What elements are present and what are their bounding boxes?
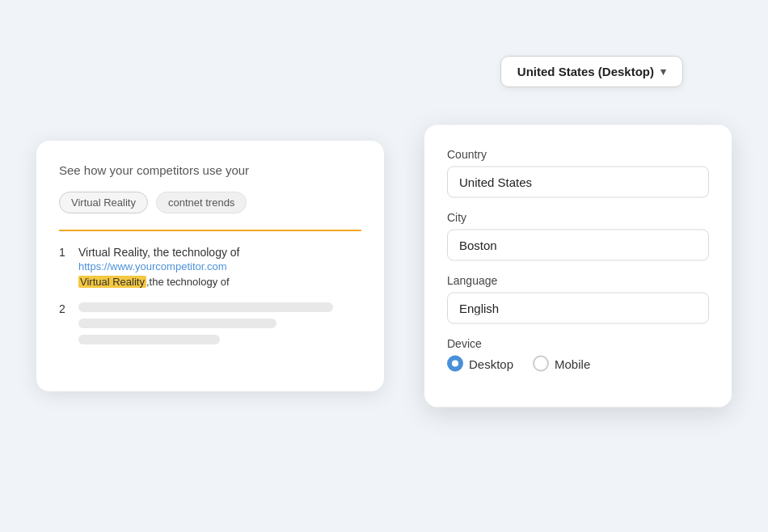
mobile-option[interactable]: Mobile [533,356,590,372]
location-device-trigger[interactable]: United States (Desktop) ▾ [500,56,683,87]
country-label: Country [447,148,709,161]
result-number-2: 2 [59,302,72,315]
language-field-group: Language [447,274,709,324]
device-field-group: Device Desktop Mobile [447,337,709,372]
result-item-1: 1 Virtual Reality, the technology of htt… [59,246,361,288]
language-label: Language [447,274,709,287]
device-label: Device [447,337,709,350]
trigger-label: United States (Desktop) [517,65,654,78]
result-item-2: 2 [59,302,361,351]
skeleton-line-1 [78,302,333,312]
result-title-1: Virtual Reality, the technology of [78,246,240,259]
device-options-row: Desktop Mobile [447,356,709,372]
desktop-option[interactable]: Desktop [447,356,513,372]
snippet-post: ,the technology of [146,276,230,288]
mobile-radio[interactable] [533,356,549,372]
left-panel: See how your competitors use your Virtua… [36,141,384,391]
chevron-down-icon: ▾ [660,65,666,78]
country-input[interactable] [447,167,709,198]
skeleton-line-3 [78,335,220,344]
left-card-title: See how your competitors use your [59,163,361,177]
result-number-1: 1 [59,246,72,259]
highlight-virtual-reality: Virtual Reality [78,276,146,288]
city-input[interactable] [447,230,709,261]
language-input[interactable] [447,293,709,324]
result-url-1[interactable]: https://www.yourcompetitor.com [78,260,361,272]
skeleton-line-2 [78,319,276,328]
country-field-group: Country [447,148,709,198]
result-snippet-1: Virtual Reality,the technology of [78,276,361,288]
tab-underline [59,230,361,231]
tag-content-trends[interactable]: contnet trends [156,192,247,213]
desktop-radio[interactable] [447,356,463,372]
desktop-label: Desktop [469,357,513,370]
mobile-label: Mobile [555,357,590,370]
city-field-group: City [447,211,709,261]
city-label: City [447,211,709,224]
tags-row: Virtual Reality contnet trends [59,192,361,213]
settings-panel: Country City Language Device Desktop Mob… [424,125,732,407]
tag-virtual-reality[interactable]: Virtual Reality [59,192,148,213]
